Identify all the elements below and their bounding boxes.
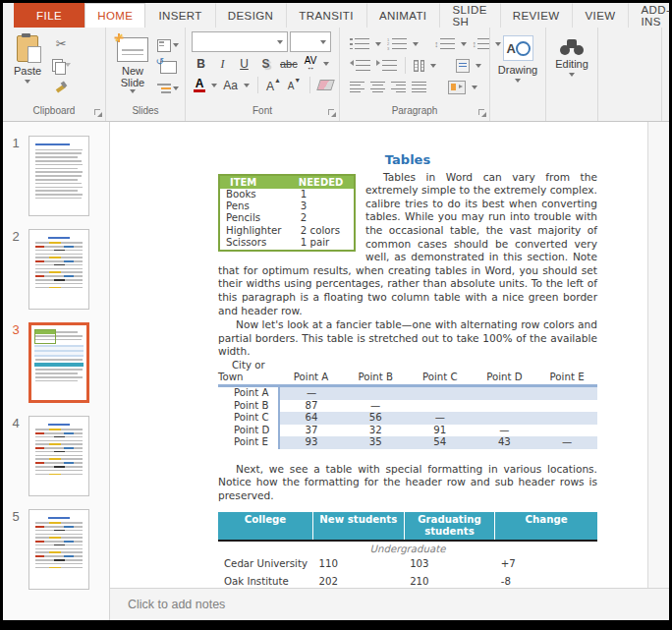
thumbnail-panel[interactable]: 12345 bbox=[3, 122, 110, 620]
notes-placeholder: Click to add notes bbox=[128, 598, 225, 611]
reset-button[interactable] bbox=[157, 58, 179, 76]
align-text-icon[interactable] bbox=[456, 59, 470, 73]
justify-button[interactable] bbox=[412, 82, 426, 93]
copy-button[interactable] bbox=[50, 56, 72, 74]
layout-button[interactable] bbox=[157, 36, 179, 54]
table-cell: 210 bbox=[404, 573, 495, 588]
paragraph-special-formatting[interactable]: Next, we see a table with special format… bbox=[218, 463, 597, 503]
tab-animati[interactable]: ANIMATI bbox=[366, 3, 440, 28]
clear-formatting-icon[interactable] bbox=[316, 80, 335, 90]
convert-to-smartart-icon[interactable] bbox=[448, 81, 466, 94]
table-cell: Change bbox=[495, 512, 597, 541]
font-dialog-launcher-icon[interactable] bbox=[327, 108, 336, 117]
bold-button[interactable]: B bbox=[194, 56, 208, 72]
slide-canvas[interactable]: Tables ITEMNEEDEDBooks1Pens3Pencils2High… bbox=[110, 122, 669, 588]
line-spacing-button[interactable]: ↕ bbox=[434, 38, 455, 50]
workspace: 12345 Tables ITEMNEEDEDBooks1Pens3Pencil… bbox=[3, 122, 669, 620]
numbering-icon: 1 2 3 bbox=[387, 38, 391, 50]
tab-design[interactable]: DESIGN bbox=[215, 3, 287, 28]
underline-button[interactable]: U bbox=[237, 56, 252, 72]
copy-icon bbox=[52, 59, 63, 72]
table-row: Oak Institute202210-8 bbox=[218, 573, 597, 588]
font-name-combobox[interactable] bbox=[192, 31, 288, 52]
table-cell: Point B bbox=[343, 360, 408, 386]
chevron-down-icon bbox=[173, 43, 179, 47]
text-shadow-button[interactable]: S bbox=[258, 56, 273, 72]
vertical-scrollbar[interactable] bbox=[647, 122, 669, 588]
font-size-combobox[interactable] bbox=[290, 31, 331, 52]
align-right-button[interactable] bbox=[391, 82, 406, 93]
table-cell: 87 bbox=[279, 400, 344, 413]
tab-review[interactable]: REVIEW bbox=[500, 3, 573, 28]
new-slide-icon bbox=[117, 37, 148, 62]
thumbnail-number: 4 bbox=[3, 416, 28, 496]
group-paragraph: 1 2 3 ↕ ↕ bbox=[340, 28, 490, 121]
tab-file[interactable]: FILE bbox=[14, 3, 84, 28]
increase-indent-button[interactable] bbox=[376, 60, 397, 72]
tab-transiti[interactable]: TRANSITI bbox=[286, 3, 366, 28]
paste-icon bbox=[17, 35, 38, 62]
chevron-down-icon bbox=[323, 62, 329, 66]
table-cell: 37 bbox=[279, 425, 344, 437]
ribbon: Paste ✂ Clipboard New Slide bbox=[3, 28, 669, 122]
table-cell: 3 bbox=[295, 200, 355, 212]
college-table[interactable]: CollegeNew studentsGraduating studentsCh… bbox=[218, 512, 597, 588]
thumbnail-page bbox=[28, 416, 89, 496]
tab-insert[interactable]: INSERT bbox=[145, 3, 214, 28]
slide-thumbnail-3[interactable]: 3 bbox=[3, 322, 109, 403]
align-left-button[interactable] bbox=[350, 82, 364, 93]
italic-button[interactable]: I bbox=[215, 56, 230, 72]
slide-thumbnail-1[interactable]: 1 bbox=[3, 136, 109, 216]
new-slide-button[interactable]: New Slide bbox=[112, 32, 153, 96]
bullets-button[interactable] bbox=[350, 38, 369, 50]
decrease-indent-button[interactable] bbox=[350, 60, 370, 72]
slide-content[interactable]: Tables ITEMNEEDEDBooks1Pens3Pencils2High… bbox=[218, 151, 597, 588]
font-color-button[interactable]: A bbox=[194, 79, 205, 92]
group-font: B I U S abc AV↔ A Aa A▲ A▼ bbox=[186, 28, 340, 121]
increase-font-size-button[interactable]: A▲ bbox=[266, 76, 281, 94]
tab-view[interactable]: VIEW bbox=[572, 3, 628, 28]
clipboard-dialog-launcher-icon[interactable] bbox=[93, 108, 102, 117]
lines-glyph bbox=[477, 38, 489, 50]
tab-slide-sh[interactable]: SLIDE SH bbox=[439, 3, 499, 28]
slide-title[interactable]: Tables bbox=[218, 153, 597, 167]
ribbon-tab-bar: FILE HOMEINSERTDESIGNTRANSITIANIMATISLID… bbox=[3, 3, 669, 28]
lines-glyph bbox=[355, 38, 369, 50]
editing-button[interactable]: Editing bbox=[550, 32, 593, 80]
tab-home[interactable]: HOME bbox=[84, 3, 145, 28]
text-direction-button[interactable]: ↕ bbox=[473, 38, 490, 50]
table-cell: NEEDED bbox=[295, 175, 355, 189]
distance-table[interactable]: City orTownPoint APoint BPoint CPoint DP… bbox=[218, 360, 597, 449]
item-table[interactable]: ITEMNEEDEDBooks1Pens3Pencils2Highlighter… bbox=[218, 174, 356, 252]
application-frame: FILE HOMEINSERTDESIGNTRANSITIANIMATISLID… bbox=[3, 3, 669, 620]
slide-thumbnail-5[interactable]: 5 bbox=[3, 509, 109, 590]
table-cell: Point E bbox=[536, 360, 597, 386]
table-cell: Books bbox=[219, 189, 295, 200]
numbering-button[interactable]: 1 2 3 bbox=[387, 38, 407, 50]
cut-button[interactable]: ✂ bbox=[50, 34, 72, 52]
table-row: Point D373291— bbox=[218, 425, 597, 437]
decrease-font-size-button[interactable]: A▼ bbox=[287, 76, 302, 94]
notes-pane[interactable]: Click to add notes bbox=[110, 588, 669, 620]
scissors-icon: ✂ bbox=[56, 37, 67, 50]
section-button[interactable] bbox=[157, 80, 179, 97]
paragraph-dialog-launcher-icon[interactable] bbox=[477, 108, 486, 117]
align-center-button[interactable] bbox=[370, 82, 385, 93]
drawing-label: Drawing bbox=[498, 64, 537, 76]
slides-group-label: Slides bbox=[132, 105, 158, 116]
paragraph-fancier-table[interactable]: Now let's look at a fancier table—one wi… bbox=[218, 318, 597, 359]
powerpoint-window: { "tabs":{ "file":"FILE", "items":["HOME… bbox=[0, 0, 672, 630]
columns-icon[interactable] bbox=[414, 60, 425, 72]
paste-button[interactable]: Paste bbox=[9, 32, 46, 86]
tab-add-ins[interactable]: ADD-INS bbox=[628, 3, 672, 28]
table-cell bbox=[408, 400, 473, 413]
strikethrough-button[interactable]: abc bbox=[280, 56, 298, 72]
drawing-button[interactable]: A Drawing bbox=[493, 32, 542, 86]
slide-thumbnail-4[interactable]: 4 bbox=[3, 416, 109, 496]
format-painter-button[interactable] bbox=[50, 78, 72, 95]
divider bbox=[405, 57, 406, 74]
table-cell: 2 bbox=[295, 212, 355, 224]
slide-thumbnail-2[interactable]: 2 bbox=[3, 229, 109, 310]
character-spacing-button[interactable]: AV↔ bbox=[305, 57, 317, 71]
change-case-button[interactable]: Aa bbox=[223, 78, 238, 93]
